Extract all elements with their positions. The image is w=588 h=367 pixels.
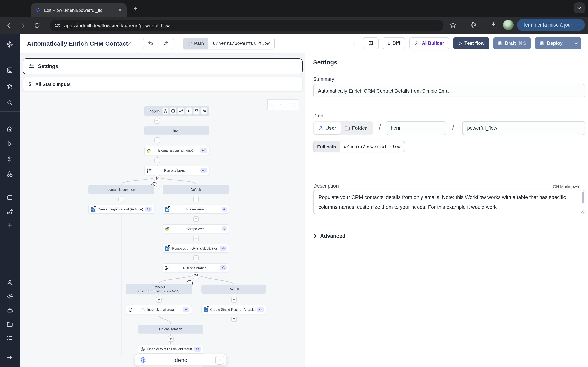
add-branch-button[interactable] <box>154 175 160 182</box>
flow-branch-default-top[interactable]: Default <box>163 185 229 194</box>
test-flow-button[interactable]: Test flow <box>453 37 489 49</box>
sidebar-item-workspace-icon[interactable] <box>7 67 13 73</box>
add-step-button[interactable]: + <box>118 197 124 202</box>
sidebar-item-variables-icon[interactable] <box>7 156 13 162</box>
tab-search-button[interactable] <box>574 2 585 13</box>
flow-node-create-single-record-right[interactable]: TS Create Single Record (Airtable) an <box>201 305 266 314</box>
sidebar-item-routes-icon[interactable] <box>7 208 13 215</box>
textarea-scrollbar[interactable] <box>582 192 584 203</box>
add-step-button[interactable]: + <box>156 297 162 303</box>
flow-title[interactable]: Automatically Enrich CRM Contact <box>27 40 128 47</box>
add-step-button[interactable]: + <box>154 137 160 143</box>
flow-node-for-loop[interactable]: For loop (skip failures) ac <box>126 305 192 314</box>
sidebar-item-settings-icon[interactable] <box>7 293 13 300</box>
sidebar-item-home-icon[interactable] <box>7 125 13 132</box>
email-trigger-icon[interactable] <box>194 108 199 114</box>
site-controls-icon[interactable] <box>55 23 60 28</box>
toast-close-button[interactable]: × <box>215 355 224 364</box>
new-tab-button[interactable]: + <box>134 5 137 12</box>
sidebar-item-search-icon[interactable] <box>7 100 13 106</box>
flow-node-parses-email[interactable]: TS Parses email a <box>163 205 229 214</box>
sidebar-item-add-icon[interactable] <box>7 222 13 228</box>
path-owner-input[interactable] <box>386 121 446 135</box>
url-bar[interactable]: app.windmill.dev/flows/edit/u/henri/powe… <box>50 20 443 31</box>
flow-node-input[interactable]: Input <box>144 126 209 135</box>
deploy-dropdown-chevron[interactable] <box>570 37 581 49</box>
fit-view-icon[interactable] <box>290 102 296 108</box>
docs-button[interactable] <box>363 37 379 49</box>
flow-node-is-email-common[interactable]: Is email a common one? ao <box>144 146 209 155</box>
browser-update-button[interactable]: Terminer la mise à jour ⋮ <box>517 19 585 31</box>
flow-node-scrape-web[interactable]: Scrape Web c <box>163 224 229 233</box>
sidebar-item-resources-icon[interactable] <box>7 171 13 177</box>
settings-card[interactable]: Settings <box>23 58 303 74</box>
flow-node-create-single-record-left[interactable]: TS Create Single Record (Airtable) aq <box>88 205 154 214</box>
bookmark-star-icon[interactable] <box>448 20 458 30</box>
flow-node-removes-empty-duplicates[interactable]: TS Removes empty and duplicates ak <box>163 244 229 253</box>
diff-button[interactable]: ±Diff <box>383 37 405 49</box>
sidebar-expand-icon[interactable] <box>7 354 13 361</box>
undo-button[interactable] <box>143 38 158 49</box>
flow-node-do-one-iteration[interactable]: Do one iteration <box>138 325 203 334</box>
sidebar-item-runs-icon[interactable] <box>7 141 13 147</box>
sidebar-item-workers-icon[interactable] <box>7 307 13 314</box>
add-step-button[interactable]: + <box>231 316 237 322</box>
zoom-out-icon[interactable] <box>280 102 286 108</box>
poll-trigger-icon[interactable] <box>201 108 207 114</box>
sidebar-item-favorites-icon[interactable] <box>7 83 13 90</box>
textarea-resize-grip[interactable] <box>581 210 584 213</box>
summary-input[interactable] <box>313 84 585 98</box>
add-step-button[interactable]: + <box>193 216 199 222</box>
webhook-trigger-icon[interactable] <box>163 108 168 114</box>
tab-close-icon[interactable]: × <box>117 7 123 13</box>
description-textarea[interactable]: Populate your CRM contacts' details from… <box>313 190 585 214</box>
more-options-kebab-icon[interactable]: ⋮ <box>351 40 357 47</box>
undo-redo-group <box>143 37 174 49</box>
flow-branch-domain-is-common[interactable]: domain is common <box>88 185 154 194</box>
folder-toggle[interactable]: Folder <box>340 122 371 134</box>
user-toggle[interactable]: User <box>314 122 340 134</box>
sidebar-item-logs-icon[interactable] <box>7 335 13 341</box>
add-branch-button[interactable] <box>193 272 199 279</box>
add-step-button[interactable]: + <box>193 255 199 261</box>
sidebar-item-schedules-icon[interactable] <box>7 194 13 201</box>
reload-button[interactable] <box>32 21 42 30</box>
profile-avatar[interactable] <box>503 20 514 30</box>
forward-button[interactable] <box>18 21 28 30</box>
flow-canvas[interactable]: Triggers + Input + Is email a common one… <box>20 93 305 367</box>
sidebar-divider <box>0 111 20 112</box>
deploy-button[interactable]: Deploy <box>535 37 581 49</box>
ai-builder-button[interactable]: AI Builder <box>409 37 449 49</box>
draft-button[interactable]: Draft⌘S <box>493 37 531 49</box>
downloads-icon[interactable] <box>488 20 499 30</box>
language-toast[interactable]: deno × <box>135 354 227 366</box>
flow-node-open-ai-relevance[interactable]: Open AI to tell if relevant result ae <box>138 345 203 354</box>
advanced-toggle[interactable]: Advanced <box>313 233 346 239</box>
websocket-trigger-icon[interactable] <box>186 108 191 114</box>
flow-branch-default-bottom[interactable]: Default <box>201 285 266 294</box>
add-step-button[interactable]: + <box>193 197 199 202</box>
flow-branch-one[interactable]: Branch 1 results.c.some((x)=>x!="") <box>126 284 192 294</box>
add-step-button[interactable]: + <box>154 157 160 163</box>
add-step-button[interactable]: + <box>231 297 237 303</box>
path-chip[interactable]: Path u/henri/powerful_flow <box>183 37 275 49</box>
path-name-input[interactable] <box>462 121 585 135</box>
add-step-button[interactable]: + <box>154 118 160 124</box>
browser-menu-icon[interactable]: ⋮ <box>576 22 581 28</box>
browser-tab[interactable]: Edit Flow u/henri/powerful_flo × <box>31 3 127 17</box>
add-step-button[interactable]: + <box>168 336 173 342</box>
redo-button[interactable] <box>158 38 173 49</box>
sidebar-item-users-icon[interactable] <box>7 279 13 286</box>
zoom-in-icon[interactable] <box>270 102 276 108</box>
flow-node-triggers[interactable]: Triggers <box>144 106 209 116</box>
schedule-trigger-icon[interactable] <box>170 108 176 114</box>
extensions-icon[interactable] <box>468 20 479 30</box>
back-button[interactable] <box>4 21 14 30</box>
edit-title-pencil-icon[interactable] <box>127 41 132 46</box>
sidebar-item-folders-icon[interactable] <box>7 321 13 327</box>
flow-node-run-one-branch-top[interactable]: Run one branch ap <box>144 166 209 175</box>
add-step-button[interactable]: + <box>193 236 199 242</box>
http-route-trigger-icon[interactable] <box>178 108 184 114</box>
all-static-inputs-card[interactable]: $ All Static Inputs <box>23 77 303 91</box>
flow-node-run-one-branch-bottom[interactable]: Run one branch al <box>163 263 229 272</box>
